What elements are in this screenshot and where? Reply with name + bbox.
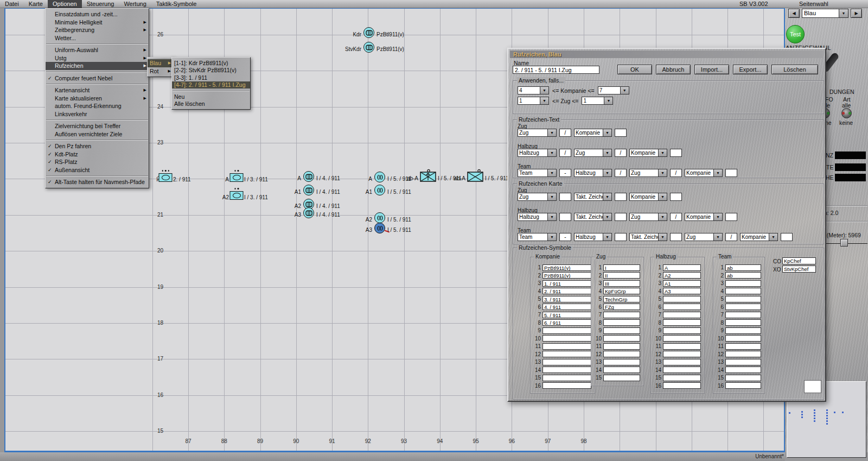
menu-item-ustg[interactable]: Ustg▶ [46,54,149,62]
separator-field[interactable] [615,129,627,137]
combo-halbzug[interactable]: Halbzug▼ [518,149,557,157]
row-value-input[interactable] [542,382,591,389]
page-prev-button[interactable]: ◀ [788,9,800,18]
carrier-unit-selected-icon[interactable] [374,223,385,233]
combo-halbzug[interactable]: Halbzug▼ [574,233,612,241]
menu-item-linksverkehr[interactable]: Linksverkehr [46,110,149,118]
dropdown-arrow-icon[interactable]: ▼ [547,149,556,156]
menu-item-aufl-sen-vernichteter-ziele[interactable]: Auflösen vernichteter Ziele [46,130,149,138]
menu-item-alt-taste-halten-f-r-navmesh-pfade[interactable]: ✓Alt-Taste halten für Navmesh-Pfade [46,178,149,186]
separator-field[interactable] [670,149,682,157]
menu-item-uniform-auswahl[interactable]: Uniform-Auswahl▶ [46,46,149,54]
dropdown-arrow-icon[interactable]: ▼ [604,97,612,104]
menubar-item-wertung[interactable]: Wertung [119,0,151,8]
row-value-input[interactable] [603,359,640,365]
row-value-input[interactable] [725,343,761,350]
row-value-input[interactable] [725,312,761,318]
row-value-input[interactable] [603,351,640,357]
dropdown-arrow-icon[interactable]: ▼ [658,213,667,220]
combo-zug[interactable]: Zug▼ [574,149,612,157]
dropdown-arrow-icon[interactable]: ▼ [713,233,722,241]
dropdown-arrow-icon[interactable]: ▼ [603,213,611,220]
dropdown-arrow-icon[interactable]: ▼ [620,87,629,94]
dropdown-arrow-icon[interactable]: ▼ [540,97,548,104]
combo-kompanie[interactable]: Kompanie▼ [685,213,723,221]
dialog-title-bar[interactable]: Rufzeichen, Blau [510,50,824,58]
menu-item-3-3-1-911[interactable]: [3-3]: 1. / 911 [172,74,250,81]
combo-zug[interactable]: Zug▼ [685,233,723,241]
row-value-input[interactable] [542,367,591,373]
combo-takt-zeiche[interactable]: Takt. Zeiche▼ [629,233,667,241]
row-value-input[interactable] [663,343,701,350]
dropdown-arrow-icon[interactable]: ▼ [547,213,556,220]
menu-item-blau[interactable]: Blau▶ [148,59,173,67]
menubar-item-taktik-symbole[interactable]: Taktik-Symbole [151,0,202,8]
row-value-input[interactable] [663,375,701,381]
separator-field[interactable] [559,193,571,201]
combo-halbzug[interactable]: Halbzug▼ [518,213,557,221]
row-value-input[interactable] [603,343,640,350]
combo-1[interactable]: 1▼ [582,97,613,105]
combo-zug[interactable]: Zug▼ [518,129,557,137]
separator-field[interactable]: - [559,233,571,241]
row-value-input[interactable] [663,327,701,334]
dropdown-arrow-icon[interactable]: ▼ [658,233,667,241]
row-value-input[interactable] [603,335,640,342]
armor-unit-frame-icon[interactable] [159,173,173,182]
row-value-input[interactable] [725,327,761,334]
row-value-input[interactable] [603,367,640,373]
row-value-input[interactable]: A3 [663,288,701,294]
dropdown-arrow-icon[interactable]: ▼ [658,193,667,200]
row-value-input[interactable] [542,343,591,350]
row-value-input[interactable]: PzBtl911(v) [542,272,591,279]
carrier-unit-icon[interactable] [374,212,385,223]
dropdown-arrow-icon[interactable]: ▼ [839,9,848,17]
dropdown-arrow-icon[interactable]: ▼ [713,169,722,176]
row-value-input[interactable] [663,351,701,357]
separator-field[interactable]: / [670,169,682,177]
row-value-input[interactable] [603,312,640,318]
row-value-input[interactable] [603,319,640,326]
row-value-input[interactable] [663,319,701,326]
row-value-input[interactable] [542,335,591,342]
combo-kompanie[interactable]: Kompanie▼ [574,129,612,137]
combo-team[interactable]: Team▼ [518,233,557,241]
menu-item-alle-l-schen[interactable]: Alle löschen [172,100,250,108]
dropdown-arrow-icon[interactable]: ▼ [603,149,611,156]
combo-zug[interactable]: Zug▼ [518,193,557,201]
menu-item-autom-freund-erkennung[interactable]: autom. Freund-Erkennung [46,102,149,110]
menu-item-kdt-platz[interactable]: ✓Kdt-Platz [46,150,149,159]
row-value-input[interactable]: 6. / 911 [542,319,591,326]
row-value-input[interactable]: A [663,264,701,271]
row-value-input[interactable] [663,335,701,342]
menubar-item-karte[interactable]: Karte [24,0,48,8]
menu-item-rot[interactable]: Rot▶ [148,67,173,75]
l-schen-button[interactable]: Löschen [771,65,818,74]
page-next-button[interactable]: ▶ [851,9,862,18]
art-knob[interactable] [841,108,852,118]
co-input[interactable]: KpChef [782,257,816,264]
combo-takt-zeiche[interactable]: Takt. Zeiche▼ [574,213,612,221]
combo-team[interactable]: Team▼ [518,169,557,177]
row-value-input[interactable] [725,296,761,302]
separator-field[interactable]: / [615,149,627,157]
row-value-input[interactable] [663,304,701,310]
xo-input[interactable]: StvKpChef [782,266,816,273]
row-value-input[interactable]: III [603,280,640,287]
row-value-input[interactable] [725,375,761,381]
tank-unit-icon[interactable] [363,42,374,53]
row-value-input[interactable] [542,327,591,334]
menu-item-rs-platz[interactable]: ✓RS-Platz [46,158,149,166]
separator-field[interactable] [559,213,571,221]
row-value-input[interactable] [663,382,701,389]
row-value-input[interactable]: 5. / 911 [542,312,591,318]
tank-unit-icon[interactable] [303,207,314,218]
page-select-dropdown[interactable]: Blau ▼ [802,9,848,18]
separator-field[interactable] [615,213,627,221]
row-value-input[interactable]: 1. / 911 [542,280,591,287]
armor-unit-frame-icon[interactable] [230,173,244,182]
row-value-input[interactable] [725,382,761,389]
menu-item-2-2-stvkdr-pzbtl911-v[interactable]: [2-2]: StvKdr PzBtl911(v) [172,67,250,74]
row-value-input[interactable] [603,327,640,334]
dropdown-arrow-icon[interactable]: ▼ [547,233,556,241]
